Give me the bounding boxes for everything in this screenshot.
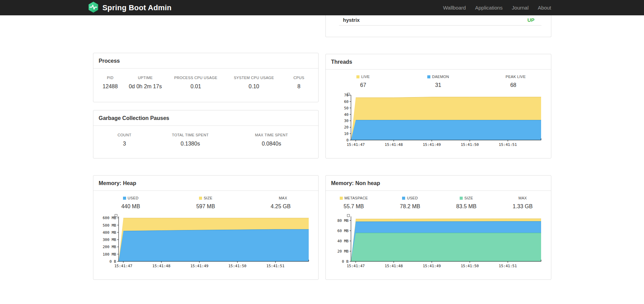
used-legend-swatch [123, 197, 126, 200]
size-legend-swatch [199, 197, 202, 200]
health-row-hystrix: hystrix UP [326, 15, 551, 25]
nav-link-about[interactable]: About [538, 5, 551, 11]
legend-heap-max: MAX 4.25 GB [243, 196, 318, 210]
svg-text:200 MB: 200 MB [103, 245, 116, 249]
legend-nonheap-max: MAX 1.33 GB [494, 196, 551, 210]
metaspace-legend-swatch [340, 197, 343, 200]
svg-text:40 MB: 40 MB [337, 239, 348, 243]
svg-text:15:41:50: 15:41:50 [461, 264, 479, 268]
svg-text:70: 70 [344, 93, 348, 97]
nav-link-wallboard[interactable]: Wallboard [443, 5, 466, 11]
process-metrics: PID 12488 UPTIME 0d 0h 2m 17s PROCESS CP… [93, 69, 318, 90]
svg-text:15:41:50: 15:41:50 [461, 142, 479, 147]
memory-nonheap-chart: 80 MB60 MB40 MB20 MB0 B15:41:4715:41:481… [335, 213, 551, 272]
svg-text:15:41:47: 15:41:47 [347, 264, 365, 268]
svg-text:15:41:51: 15:41:51 [499, 264, 517, 268]
memory-nonheap-card-title: Memory: Non heap [326, 176, 551, 191]
health-service-name: hystrix [343, 17, 360, 23]
live-legend-swatch [356, 75, 359, 78]
metric-gc-max-time: MAX TIME SPENT 0.0840s [228, 133, 316, 147]
svg-text:15:41:49: 15:41:49 [190, 264, 208, 268]
brand-title: Spring Boot Admin [103, 3, 172, 12]
spring-boot-admin-logo-icon [88, 1, 99, 14]
svg-text:15:41:47: 15:41:47 [114, 264, 132, 268]
health-status-badge: UP [527, 17, 535, 23]
nonheap-legend: METASPACE 55.7 MB USED 78.2 MB SIZE [326, 196, 551, 210]
nav-links: Wallboard Applications Journal About [443, 5, 551, 11]
svg-text:15:41:51: 15:41:51 [499, 142, 517, 147]
threads-card-title: Threads [326, 54, 551, 70]
svg-text:15:41:47: 15:41:47 [347, 142, 365, 147]
legend-threads-daemon: DAEMON 31 [401, 75, 476, 88]
svg-text:0 B: 0 B [109, 259, 116, 264]
svg-text:40: 40 [344, 112, 348, 117]
nav-link-journal[interactable]: Journal [512, 5, 528, 11]
metric-pid: PID 12488 [96, 76, 125, 90]
svg-text:100 MB: 100 MB [103, 252, 116, 257]
metric-uptime: UPTIME 0d 0h 2m 17s [124, 76, 166, 90]
used-legend-swatch [402, 197, 405, 200]
navbar: Spring Boot Admin Wallboard Applications… [0, 0, 644, 15]
threads-legend: LIVE 67 DAEMON 31 PEAK LIVE 6 [326, 75, 551, 88]
gc-card-title: Garbage Collection Pauses [93, 110, 318, 126]
svg-text:10: 10 [344, 132, 348, 136]
metric-gc-count: COUNT 3 [96, 133, 153, 147]
svg-text:20 MB: 20 MB [337, 249, 348, 254]
right-column: hystrix UP Threads LIVE 67 DA [325, 15, 551, 280]
gc-card: Garbage Collection Pauses COUNT 3 TOTAL … [93, 110, 319, 158]
threads-card: Threads LIVE 67 DAEMON 31 [325, 54, 551, 158]
legend-nonheap-used: USED 78.2 MB [382, 196, 438, 210]
svg-text:15:41:50: 15:41:50 [228, 264, 246, 268]
svg-text:60 MB: 60 MB [337, 229, 348, 233]
svg-text:0 B: 0 B [342, 259, 349, 264]
svg-text:50: 50 [344, 106, 348, 110]
legend-nonheap-size: SIZE 83.5 MB [438, 196, 494, 210]
svg-text:500 MB: 500 MB [103, 223, 116, 228]
svg-text:30: 30 [344, 119, 348, 123]
metric-process-cpu-usage: PROCESS CPU USAGE 0.01 [166, 76, 226, 90]
svg-text:15:41:51: 15:41:51 [266, 264, 284, 268]
health-divider [339, 25, 541, 26]
brand[interactable]: Spring Boot Admin [88, 1, 172, 14]
metric-system-cpu-usage: SYSTEM CPU USAGE 0.10 [225, 76, 282, 90]
memory-heap-chart: 600 MB500 MB400 MB300 MB200 MB100 MB0 B1… [102, 213, 318, 272]
svg-text:0: 0 [346, 138, 349, 142]
memory-nonheap-card: Memory: Non heap METASPACE 55.7 MB USED … [325, 175, 551, 280]
main-content: Process PID 12488 UPTIME 0d 0h 2m 17s PR… [93, 15, 551, 280]
svg-text:15:41:48: 15:41:48 [385, 264, 403, 268]
svg-text:15:41:49: 15:41:49 [423, 264, 441, 268]
svg-text:15:41:49: 15:41:49 [423, 142, 441, 147]
size-legend-swatch [460, 197, 463, 200]
legend-heap-used: USED 440 MB [93, 196, 168, 210]
legend-heap-size: SIZE 597 MB [168, 196, 243, 210]
svg-text:80 MB: 80 MB [337, 218, 348, 223]
process-card: Process PID 12488 UPTIME 0d 0h 2m 17s PR… [93, 53, 319, 102]
legend-nonheap-metaspace: METASPACE 55.7 MB [326, 196, 382, 210]
svg-text:600 MB: 600 MB [103, 216, 116, 220]
memory-heap-card: Memory: Heap USED 440 MB SIZE 597 MB [93, 175, 319, 280]
health-card: hystrix UP [325, 15, 551, 37]
svg-text:15:41:48: 15:41:48 [385, 142, 403, 147]
heap-legend: USED 440 MB SIZE 597 MB MAX 4 [93, 196, 318, 210]
nav-link-applications[interactable]: Applications [475, 5, 503, 11]
legend-threads-peak-live: PEAK LIVE 68 [476, 75, 551, 88]
process-card-title: Process [93, 53, 318, 69]
svg-text:20: 20 [344, 125, 348, 130]
svg-text:300 MB: 300 MB [103, 238, 116, 242]
metric-cpus: CPUS 8 [282, 76, 316, 90]
svg-text:15:41:48: 15:41:48 [152, 264, 170, 268]
memory-heap-card-title: Memory: Heap [93, 176, 318, 191]
legend-threads-live: LIVE 67 [326, 75, 401, 88]
svg-text:60: 60 [344, 100, 348, 104]
gc-metrics: COUNT 3 TOTAL TIME SPENT 0.1380s MAX TIM… [93, 126, 318, 147]
svg-text:400 MB: 400 MB [103, 230, 116, 235]
left-column: Process PID 12488 UPTIME 0d 0h 2m 17s PR… [93, 15, 319, 280]
threads-chart: 70605040302010015:41:4715:41:4815:41:491… [335, 92, 551, 151]
daemon-legend-swatch [427, 75, 430, 78]
metric-gc-total-time: TOTAL TIME SPENT 0.1380s [153, 133, 228, 147]
